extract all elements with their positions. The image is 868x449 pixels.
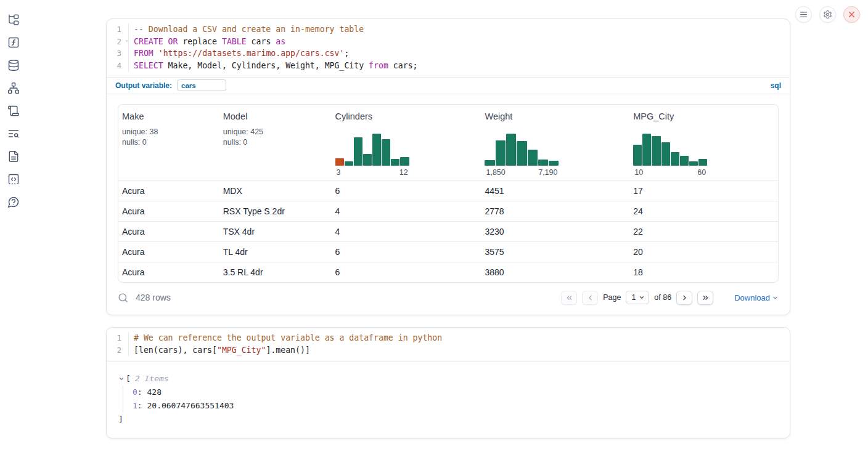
column-header-cylinders[interactable]: Cylinders312 [332, 105, 481, 180]
next-page-button[interactable] [676, 291, 692, 305]
code-text[interactable]: -- Download a CSV and create an in-memor… [129, 23, 364, 36]
pagination: Page 1 of 86 Download [561, 291, 779, 305]
language-badge[interactable]: sql [771, 81, 781, 90]
histogram-bar[interactable] [698, 159, 707, 166]
histogram-bar[interactable] [661, 142, 670, 166]
table-row[interactable]: Acura3.5 RL 4dr6388018 [118, 262, 778, 282]
last-page-button[interactable] [697, 291, 713, 305]
column-header-mpg_city[interactable]: MPG_City1060 [629, 105, 778, 180]
sidebar-item-dependencies[interactable] [7, 82, 20, 94]
code-line[interactable]: 3FROM 'https://datasets.marimo.app/cars.… [107, 47, 790, 60]
table-cell: MDX [219, 186, 332, 196]
histogram-bar[interactable] [538, 160, 548, 166]
tree-entry-value: 428 [147, 387, 161, 397]
first-page-button[interactable] [561, 291, 577, 305]
topbar [795, 6, 860, 23]
histogram-bar[interactable] [549, 161, 559, 166]
histogram-axis-labels: 1060 [633, 166, 707, 177]
sidebar-item-documentation[interactable] [7, 150, 20, 163]
menu-button[interactable] [795, 6, 812, 23]
histogram-bar[interactable] [372, 134, 381, 166]
column-name[interactable]: Make [122, 111, 215, 121]
search-icon[interactable] [118, 293, 128, 303]
tree-entry-colon: : [137, 387, 147, 397]
code-text[interactable]: CREATE OR replace TABLE cars as [129, 36, 285, 48]
token-p: ; [344, 49, 349, 58]
prev-page-button[interactable] [582, 291, 598, 305]
column-name[interactable]: Weight [485, 111, 624, 121]
download-button[interactable]: Download [734, 293, 779, 302]
histogram-bar[interactable] [354, 137, 362, 166]
histogram-bar[interactable] [528, 150, 538, 166]
code-line[interactable]: 4SELECT Make, Model, Cylinders, Weight, … [107, 60, 790, 72]
table-row[interactable]: AcuraTSX 4dr4323022 [118, 221, 778, 241]
histogram-bar[interactable] [382, 139, 390, 166]
help-chat-icon [7, 196, 20, 208]
histogram-axis-labels: 312 [335, 166, 409, 177]
histogram-bar[interactable] [517, 141, 526, 166]
code-text[interactable]: # We can reference the output variable a… [129, 332, 442, 344]
histogram-bar[interactable] [652, 136, 660, 166]
table-cell: 4 [332, 206, 481, 216]
python-code-editor[interactable]: 1# We can reference the output variable … [107, 328, 790, 361]
column-name[interactable]: Cylinders [335, 111, 477, 121]
histogram-bar[interactable] [506, 134, 516, 166]
sidebar-item-logs[interactable] [7, 127, 20, 140]
sidebar-item-datasources[interactable] [7, 59, 20, 71]
line-number: 3 [107, 47, 129, 60]
histogram-bar[interactable] [671, 152, 679, 166]
histogram-bar[interactable] [391, 159, 399, 166]
tree-entry-colon: : [137, 401, 147, 410]
token-p [163, 37, 168, 46]
code-line[interactable]: 1-- Download a CSV and create an in-memo… [107, 23, 790, 36]
histogram-bar[interactable] [680, 156, 689, 166]
code-line[interactable]: 2[len(cars), cars["MPG_City"].mean()] [107, 344, 790, 357]
token-s: 'https://datasets.marimo.app/cars.csv' [158, 49, 345, 58]
tree-entry-value: 20.060747663551403 [147, 401, 234, 410]
sql-code-editor[interactable]: 1-- Download a CSV and create an in-memo… [107, 19, 790, 77]
settings-button[interactable] [819, 6, 836, 23]
histogram-bar[interactable] [400, 157, 409, 166]
fold-chevron-icon[interactable]: ⌄ [125, 38, 128, 42]
sidebar-item-file-explorer[interactable] [7, 14, 20, 26]
histogram-bar[interactable] [689, 161, 698, 166]
histogram-bar[interactable] [485, 160, 494, 166]
column-name[interactable]: MPG_City [633, 111, 773, 121]
histogram-bar[interactable] [345, 161, 353, 166]
sql-cell: 1-- Download a CSV and create an in-memo… [106, 18, 790, 315]
code-text[interactable]: [len(cars), cars["MPG_City"].mean()] [129, 344, 310, 357]
code-text[interactable]: FROM 'https://datasets.marimo.app/cars.c… [129, 47, 349, 60]
chevron-down-icon[interactable] [118, 376, 125, 382]
tree-root[interactable]: [ 2 Items [118, 372, 779, 386]
column-header-make[interactable]: Makeunique: 38nulls: 0 [118, 105, 219, 180]
sidebar-item-snippets[interactable] [7, 173, 20, 185]
chevron-left-icon [586, 294, 594, 302]
sidebar-item-help[interactable] [7, 196, 20, 208]
shutdown-button[interactable] [843, 6, 860, 23]
column-header-weight[interactable]: Weight1,8507,190 [481, 105, 629, 180]
table-row[interactable]: AcuraTL 4dr6357520 [118, 241, 778, 262]
output-variable-input[interactable] [177, 79, 226, 91]
table-row[interactable]: AcuraMDX6445117 [118, 180, 778, 201]
table-row[interactable]: AcuraRSX Type S 2dr4277824 [118, 201, 778, 221]
token-k: CREATE [134, 37, 163, 46]
histogram-bar[interactable] [496, 140, 506, 166]
histogram-bar[interactable] [633, 145, 642, 166]
code-line[interactable]: 2⌄CREATE OR replace TABLE cars as [107, 36, 790, 48]
histogram: 312 [335, 134, 409, 177]
sidebar-item-variables[interactable] [7, 36, 20, 49]
tree-entry-index: 1 [133, 401, 137, 410]
code-line[interactable]: 1# We can reference the output variable … [107, 332, 790, 344]
column-header-model[interactable]: Modelunique: 425nulls: 0 [219, 105, 332, 180]
histogram-bar[interactable] [642, 134, 651, 166]
page-select[interactable]: 1 [626, 291, 649, 304]
code-text[interactable]: SELECT Make, Model, Cylinders, Weight, M… [129, 60, 418, 72]
token-k: FROM [134, 49, 154, 58]
table-cell: 6 [332, 247, 481, 257]
text-search-icon [7, 127, 20, 140]
sidebar-item-scratchpad[interactable] [7, 105, 20, 117]
histogram-bar[interactable] [335, 158, 344, 166]
histogram-bar[interactable] [363, 154, 372, 166]
column-name[interactable]: Model [223, 111, 327, 121]
chevrons-left-icon [565, 294, 573, 302]
